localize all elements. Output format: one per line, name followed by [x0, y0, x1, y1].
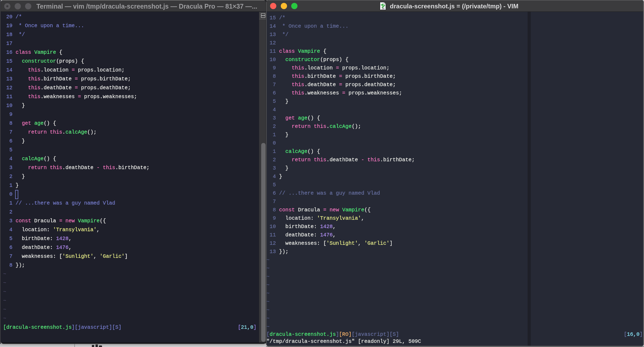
svg-text:JS: JS — [381, 7, 385, 10]
